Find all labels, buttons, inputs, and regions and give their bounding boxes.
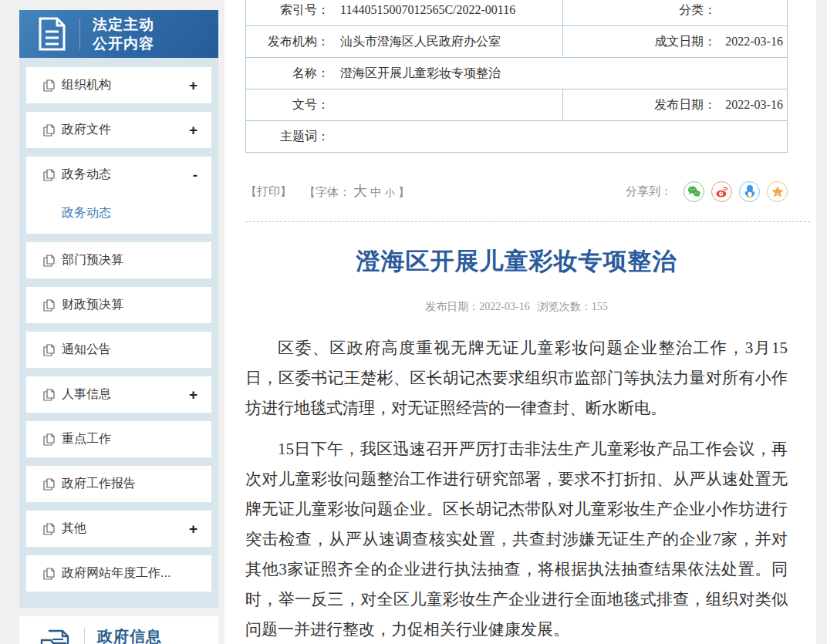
footer-title-line1: 政府信息 [97,626,162,644]
page-copy-icon [43,478,55,491]
index-number-cell: 索引号：11440515007012565C/2022-00116 [246,0,563,26]
table-row: 发布机构：汕头市澄海区人民政府办公室 成文日期：2022-03-16 [246,26,788,58]
share-label: 分享到： [626,184,672,199]
sidebar-item-label: 政府网站年度工作... [62,565,170,582]
publisher-value: 汕头市澄海区人民政府办公室 [340,35,501,48]
sidebar-header: 法定主动 公开内容 [19,10,218,58]
qq-icon [744,184,756,198]
publisher-cell: 发布机构：汕头市澄海区人民政府办公室 [246,26,563,58]
sidebar: 法定主动 公开内容 组织机构 + 政府文件 [19,10,218,644]
index-number-value: 11440515007012565C/2022-00116 [340,3,515,16]
sidebar-item-personnel[interactable]: 人事信息 + [26,376,211,413]
name-label: 名称： [246,66,329,82]
page-copy-icon [43,169,55,181]
font-size-suffix: 】 [398,185,410,200]
star-share-button[interactable] [767,181,788,202]
sidebar-item-other[interactable]: 其他 + [26,511,211,547]
dashed-divider [245,221,810,222]
table-row: 文号： 发布日期：2022-03-16 [246,89,788,121]
publish-date-cell: 发布日期：2022-03-16 [563,89,788,121]
print-button[interactable]: 【打印】 [245,184,292,199]
doc-number-label: 文号： [246,97,329,113]
page-copy-icon [43,299,55,312]
plus-icon[interactable]: + [189,122,197,139]
footer-panel-divider [84,628,85,644]
sidebar-item-label: 政府文件 [62,122,111,138]
weibo-share-button[interactable] [711,181,732,202]
page-copy-icon [43,389,55,401]
font-size-medium-button[interactable]: 中 [370,185,382,200]
weibo-icon [715,185,729,198]
publish-date-value: 2022-03-16 [725,98,783,111]
page-copy-icon [43,523,55,535]
page-copy-icon [43,124,55,137]
table-row: 主题词： [246,121,788,153]
font-size-large-button[interactable]: 大 [353,182,367,201]
footer-panel-title: 政府信息 公开年报 [97,626,162,644]
sidebar-item-label: 政务动态 [62,167,111,183]
publish-date-meta-label: 发布日期： [425,301,479,312]
sidebar-subitem-gov-news[interactable]: 政务动态 [26,193,211,234]
doc-number-cell: 文号： [246,89,563,121]
sidebar-subitem-label[interactable]: 政务动态 [62,205,111,221]
font-size-control: 【字体： 大 中 小 】 [302,182,411,201]
sidebar-item-key-work[interactable]: 重点工作 [26,421,211,457]
views-value: 155 [592,301,608,312]
wechat-share-button[interactable] [684,181,704,202]
sidebar-item-label: 通知公告 [62,342,111,358]
table-row: 索引号：11440515007012565C/2022-00116 分类： [246,0,788,26]
plus-icon[interactable]: + [189,77,197,94]
sidebar-item-gov-documents[interactable]: 政府文件 + [26,112,211,148]
article-paragraph: 15日下午，我区迅速召开严厉打击非法生产儿童彩妆产品工作会议，再次对儿童彩妆问题… [245,434,788,644]
article-title: 澄海区开展儿童彩妆专项整治 [245,245,788,278]
wechat-icon [687,185,701,198]
article-body: 区委、区政府高度重视无牌无证儿童彩妆问题企业整治工作，3月15日，区委书记王楚彬… [245,333,788,644]
document-icon [35,16,69,52]
share-bar: 分享到： [626,181,788,202]
page-copy-icon [43,433,55,446]
page-copy-icon [43,344,55,356]
keywords-label: 主题词： [246,129,329,145]
publish-date-label: 发布日期： [563,97,716,113]
sidebar-item-label: 重点工作 [62,431,111,447]
sidebar-title-line2: 公开内容 [93,34,154,53]
font-size-small-button[interactable]: 小 [385,186,395,200]
plus-icon[interactable]: + [189,386,197,403]
sidebar-item-label: 财政预决算 [62,297,123,313]
keywords-cell: 主题词： [246,121,788,153]
sidebar-item-finance-budget[interactable]: 财政预决算 [26,287,211,323]
sidebar-title: 法定主动 公开内容 [93,15,154,53]
plus-icon[interactable]: + [189,521,197,538]
sidebar-item-label: 组织机构 [62,77,111,93]
publisher-label: 发布机构： [246,34,329,50]
sidebar-item-dept-budget[interactable]: 部门预决算 [26,242,211,278]
sidebar-menu: 组织机构 + 政府文件 + 政务动态 [19,58,218,608]
header-divider [79,19,80,49]
star-icon [771,185,785,198]
sidebar-title-line1: 法定主动 [93,15,154,34]
page: 法定主动 公开内容 组织机构 + 政府文件 [0,0,827,644]
page-copy-icon [43,255,55,267]
written-date-cell: 成文日期：2022-03-16 [563,26,788,58]
sidebar-item-label: 人事信息 [62,386,111,403]
index-number-label: 索引号： [246,2,329,19]
sidebar-item-label: 部门预决算 [62,252,123,268]
qq-share-button[interactable] [739,181,760,202]
views-label: 浏览次数： [538,301,592,312]
article-paragraph: 区委、区政府高度重视无牌无证儿童彩妆问题企业整治工作，3月15日，区委书记王楚彬… [245,333,788,423]
sidebar-item-organization[interactable]: 组织机构 + [26,67,211,103]
minus-icon[interactable]: - [193,167,197,184]
category-cell: 分类： [563,0,788,26]
name-cell: 名称：澄海区开展儿童彩妆专项整治 [246,58,788,89]
page-copy-icon [43,568,55,580]
sidebar-item-gov-work-report[interactable]: 政府工作报告 [26,466,211,502]
sidebar-item-notices[interactable]: 通知公告 [26,332,211,368]
font-size-prefix: 【字体： [304,185,350,200]
gov-info-annual-report-panel[interactable]: 政府信息 公开年报 [19,616,218,644]
sidebar-item-gov-news[interactable]: 政务动态 - 政务动态 [26,157,211,234]
name-value: 澄海区开展儿童彩妆专项整治 [340,66,501,79]
sidebar-item-website-annual-report[interactable]: 政府网站年度工作... [26,555,211,592]
written-date-label: 成文日期： [563,34,716,50]
category-label: 分类： [563,2,716,19]
folder-report-icon [38,626,75,644]
